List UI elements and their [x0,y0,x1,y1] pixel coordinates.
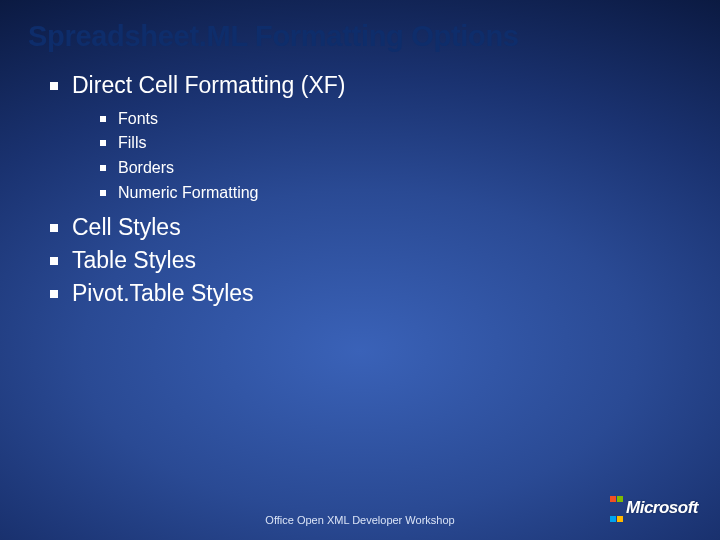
slide: Spreadsheet.ML Formatting Options Direct… [0,0,720,540]
microsoft-logo: Microsoft [609,488,698,528]
list-item: Direct Cell Formatting (XF) Fonts Fills … [50,71,720,203]
list-item-label: Pivot.Table Styles [72,280,254,306]
slide-title: Spreadsheet.ML Formatting Options [0,20,720,71]
list-item-label: Cell Styles [72,214,181,240]
list-item-label: Numeric Formatting [118,184,258,201]
list-item: Fonts [100,108,720,130]
bullet-list-level1: Direct Cell Formatting (XF) Fonts Fills … [50,71,720,307]
logo-text: Microsoft [626,498,698,517]
list-item-label: Direct Cell Formatting (XF) [72,72,345,98]
list-item-label: Fonts [118,110,158,127]
list-item: Cell Styles [50,213,720,242]
microsoft-flag-icon [609,487,623,527]
list-item: Fills [100,132,720,154]
list-item: Table Styles [50,246,720,275]
list-item-label: Table Styles [72,247,196,273]
list-item-label: Fills [118,134,146,151]
bullet-list-level2: Fonts Fills Borders Numeric Formatting [100,108,720,203]
list-item: Numeric Formatting [100,182,720,204]
list-item: Pivot.Table Styles [50,279,720,308]
list-item-label: Borders [118,159,174,176]
slide-content: Direct Cell Formatting (XF) Fonts Fills … [0,71,720,307]
list-item: Borders [100,157,720,179]
